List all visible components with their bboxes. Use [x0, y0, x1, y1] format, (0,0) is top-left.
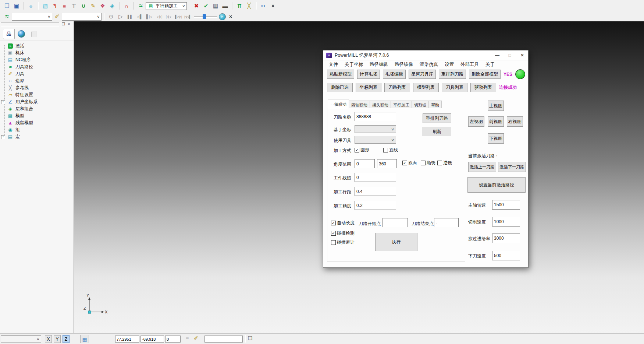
close-icon[interactable]: ✕ — [519, 53, 525, 58]
angle-from-input[interactable] — [355, 159, 375, 168]
tree-item-groups[interactable]: 组 — [0, 126, 74, 133]
explorer-tab-globe[interactable] — [15, 29, 27, 39]
tool-verify-icon[interactable] — [201, 1, 211, 11]
skim-feed-input[interactable] — [492, 234, 520, 243]
base-coord-select[interactable]: ∨ — [355, 125, 396, 133]
activate-prev-toolpath-button[interactable]: 激活上一刀路 — [468, 162, 496, 172]
menu-item[interactable]: 路径编辑 — [366, 62, 391, 68]
menu-item[interactable]: 外部工具 — [457, 62, 482, 68]
tool-icon[interactable] — [69, 1, 79, 11]
dialog-action-button[interactable]: 星河刀具库 — [409, 70, 436, 79]
dialog-list-button[interactable]: 模型列表 — [413, 83, 439, 92]
menu-item[interactable]: 关于坐标 — [341, 62, 366, 68]
circle-checkbox[interactable]: 圆形 — [355, 147, 369, 153]
tool-holder-icon[interactable] — [122, 1, 131, 11]
tree-item-toolpaths[interactable]: 刀具路径 — [0, 63, 74, 70]
tolerance-input[interactable] — [355, 201, 396, 210]
dialog-action-button[interactable]: 计算毛坯 — [357, 70, 380, 79]
explorer-tab-trash[interactable] — [28, 29, 40, 39]
points-icon[interactable] — [98, 1, 107, 11]
toolpath-end-input[interactable] — [434, 218, 459, 227]
sim-tool-icon[interactable] — [52, 12, 62, 21]
dialog-list-button[interactable]: 删除已选 — [327, 83, 353, 92]
maximize-icon[interactable]: □ — [507, 53, 513, 58]
fast-forward-icon[interactable] — [164, 12, 173, 21]
tree-item-tools-gold[interactable]: 刀具 — [0, 70, 74, 77]
tree-item-cloud[interactable]: 边界 — [0, 77, 74, 84]
tree-item-model[interactable]: 模型 — [0, 112, 74, 119]
collision-check-checkbox[interactable]: 碰撞检测 — [331, 230, 355, 236]
ruler-icon[interactable] — [220, 1, 230, 11]
cutting-speed-input[interactable] — [492, 217, 520, 227]
view-left-button[interactable]: 左视图 — [468, 116, 484, 127]
dialog-action-button[interactable]: 粘贴新模型 — [327, 70, 354, 79]
tab-三轴联动[interactable]: 三轴联动 — [328, 99, 349, 109]
go-to-end-icon[interactable] — [183, 12, 192, 21]
sim-toolpath-combo[interactable]: ∨ — [12, 13, 52, 21]
sim-speed-slider[interactable] — [194, 13, 217, 20]
close-sim-toolbar-icon[interactable] — [226, 12, 235, 21]
statusbar-message-box[interactable] — [204, 336, 243, 343]
grid-toggle-button[interactable]: ▦ — [80, 335, 89, 343]
line-checkbox[interactable]: 直线 — [383, 147, 398, 153]
shaded-model-icon[interactable] — [26, 1, 36, 11]
menu-item[interactable]: 关于 — [482, 62, 498, 68]
coordinate-box-0[interactable] — [115, 336, 139, 343]
dialog-list-button[interactable]: 刀具列表 — [442, 83, 467, 92]
calculator-icon[interactable] — [211, 1, 220, 11]
collision-avoid-checkbox[interactable]: 碰撞避让 — [331, 239, 355, 246]
toolpath-list-icon[interactable] — [60, 1, 69, 11]
window-layout-icon[interactable]: ❏ — [248, 335, 253, 341]
bidirectional-checkbox[interactable]: 双向 — [402, 160, 417, 166]
close-toolbar-icon[interactable] — [268, 1, 278, 11]
view-top-button[interactable]: 上视图 — [488, 101, 504, 111]
light-icon[interactable] — [106, 12, 116, 21]
expand-icon[interactable]: + — [1, 100, 5, 104]
measure-icon[interactable]: ✐ — [194, 335, 198, 341]
climb-mill-checkbox[interactable]: 顺铣 — [421, 160, 435, 166]
coordinate-box-1[interactable] — [140, 336, 164, 343]
tool-retract-icon[interactable] — [235, 1, 244, 11]
minimize-icon[interactable]: — — [494, 53, 500, 58]
pause-icon[interactable] — [125, 12, 135, 21]
expand-icon[interactable]: + — [1, 135, 5, 139]
list-icon[interactable]: ≡ — [186, 335, 189, 341]
tree-item-activate[interactable]: 激活 — [0, 42, 74, 49]
tree-item-stock[interactable]: 残留模型 — [0, 119, 74, 126]
menu-item[interactable]: 渲染仿真 — [416, 62, 441, 68]
execute-button[interactable]: 执行 — [375, 233, 417, 251]
explorer-tab-tree[interactable]: 品 — [3, 29, 15, 39]
dialog-titlebar[interactable]: PowerMILL 忆梦星河 7.0.6 — □ ✕ — [323, 50, 528, 60]
sim-tool-combo[interactable]: ∨ — [62, 13, 102, 21]
statusbar-select[interactable]: ∨ — [1, 335, 41, 343]
conventional-mill-checkbox[interactable]: 逆铣 — [437, 160, 452, 166]
stepover-input[interactable] — [355, 187, 396, 196]
reorder-toolpaths-button[interactable]: 重排列刀路 — [423, 113, 451, 123]
rewind-icon[interactable] — [154, 12, 164, 21]
save-icon[interactable] — [12, 1, 21, 11]
dialog-list-button[interactable]: 坐标列表 — [356, 83, 381, 92]
go-to-start-icon[interactable] — [173, 12, 183, 21]
active-toolpath-icon[interactable] — [136, 1, 146, 11]
play-icon[interactable] — [116, 12, 125, 21]
toolpath-name-input[interactable] — [355, 112, 396, 121]
sim-clock-icon[interactable] — [219, 13, 226, 20]
dialog-action-button[interactable]: 毛坯编辑 — [383, 70, 406, 79]
spindle-speed-input[interactable] — [492, 200, 520, 210]
leads-links-icon[interactable] — [50, 1, 60, 11]
open-file-icon[interactable] — [2, 1, 12, 11]
tree-item-machine[interactable]: 机床 — [0, 49, 74, 56]
tree-item-levels[interactable]: 层和组合 — [0, 105, 74, 112]
auto-length-checkbox[interactable]: 自动长度 — [331, 220, 355, 226]
panel-close-icon[interactable]: × — [67, 22, 71, 27]
swap-axes-icon[interactable] — [244, 1, 254, 11]
panel-dock-strip[interactable]: ❐ × — [0, 21, 74, 27]
axis-button-z[interactable]: Z — [63, 335, 70, 343]
menu-item[interactable]: 设置 — [441, 62, 457, 68]
tree-item-ucs[interactable]: +用户坐标系 — [0, 98, 74, 105]
block-icon[interactable] — [40, 1, 50, 11]
toolpath-start-input[interactable] — [383, 218, 408, 227]
workplane-icon[interactable] — [107, 1, 117, 11]
set-active-path-button[interactable]: 设置当前激活路径 — [467, 177, 526, 193]
sim-toolpath-icon[interactable] — [2, 12, 12, 21]
